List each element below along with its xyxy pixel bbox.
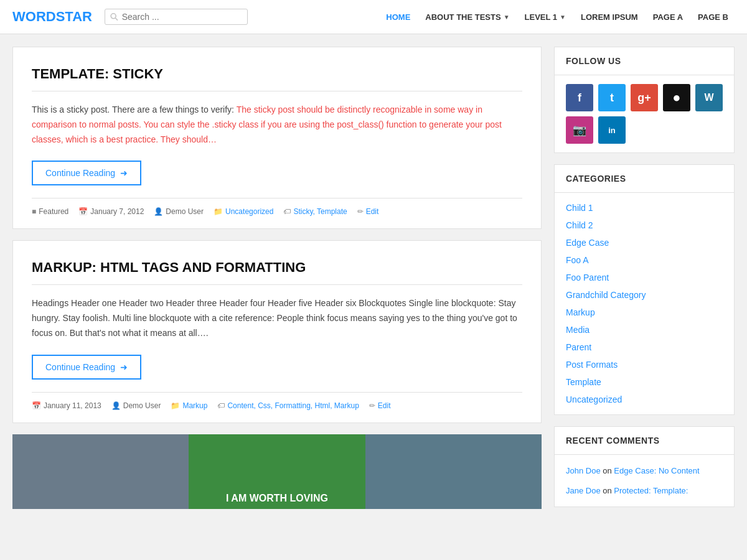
post-title-sticky: TEMPLATE: STICKY [32, 66, 522, 91]
svg-point-0 [111, 14, 116, 19]
social-wordpress[interactable]: W [695, 84, 723, 111]
category-item[interactable]: Edge Case [555, 234, 734, 251]
edit-icon-2: ✏ [369, 401, 375, 410]
author-icon-2: 👤 [111, 401, 121, 410]
nav-about-tests[interactable]: ABOUT THE TESTS ▼ [419, 9, 515, 26]
post-excerpt-sticky: This is a sticky post. There are a few t… [32, 103, 522, 147]
category-item[interactable]: Media [555, 321, 734, 338]
social-github[interactable]: ● [663, 84, 690, 111]
comment-item: John Doe on Edge Case: No Content [555, 461, 734, 481]
category-item[interactable]: Markup [555, 304, 734, 321]
category-item[interactable]: Child 1 [555, 199, 734, 217]
post-excerpt-markup: Headings Header one Header two Header th… [32, 296, 522, 340]
meta-date-markup: 📅 January 11, 2013 [32, 401, 101, 410]
widget-recent-comments: RECENT COMMENTS John Doe on Edge Case: N… [554, 426, 735, 507]
social-twitter[interactable]: t [598, 84, 626, 111]
meta-author-sticky: 👤 Demo User [154, 207, 204, 216]
featured-icon: ■ [32, 207, 36, 216]
comment-item: Jane Doe on Protected: Template: [555, 481, 734, 501]
comment-link[interactable]: Edge Case: No Content [614, 466, 699, 475]
social-linkedin[interactable]: in [598, 116, 626, 144]
arrow-icon-markup: ➜ [120, 362, 128, 372]
search-input[interactable] [122, 12, 242, 22]
social-google-plus[interactable]: g+ [631, 84, 658, 111]
continue-reading-sticky[interactable]: Continue Reading ➜ [32, 161, 141, 185]
meta-date-sticky: 📅 January 7, 2012 [78, 207, 144, 216]
social-instagram[interactable]: 📷 [566, 116, 593, 144]
post-markup: MARKUP: HTML TAGS AND FORMATTING Heading… [12, 240, 542, 422]
continue-reading-markup[interactable]: Continue Reading ➜ [32, 355, 141, 380]
widget-categories: CATEGORIES Child 1Child 2Edge CaseFoo AF… [554, 164, 735, 415]
post-meta-markup: 📅 January 11, 2013 👤 Demo User 📁 Markup … [32, 392, 522, 410]
categories-title: CATEGORIES [555, 165, 734, 193]
post-meta-sticky: ■ Featured 📅 January 7, 2012 👤 Demo User… [32, 198, 522, 216]
meta-category-sticky: 📁 Uncategorized [214, 207, 273, 216]
nav-lorem[interactable]: LOREM IPSUM [575, 9, 644, 26]
arrow-icon-sticky: ➜ [120, 168, 128, 178]
author-icon: 👤 [154, 207, 163, 216]
meta-author-markup: 👤 Demo User [111, 401, 161, 410]
post-title-markup: MARKUP: HTML TAGS AND FORMATTING [32, 259, 522, 285]
comment-author[interactable]: John Doe [566, 466, 601, 475]
image-segment-green: I AM WORTH LOVING [189, 434, 365, 509]
post-image-card[interactable]: I AM WORTH LOVING [12, 434, 542, 509]
category-list: Child 1Child 2Edge CaseFoo AFoo ParentGr… [555, 193, 734, 414]
meta-tags-markup: 🏷 Content, Css, Formatting, Html, Markup [217, 401, 359, 410]
comment-list: John Doe on Edge Case: No ContentJane Do… [555, 455, 734, 506]
sidebar: FOLLOW US f t g+ ● W 📷 in CATEGORIES Chi… [554, 47, 735, 509]
meta-featured: ■ Featured [32, 207, 68, 216]
comment-author[interactable]: Jane Doe [566, 486, 601, 495]
calendar-icon: 📅 [78, 207, 88, 216]
post-sticky: TEMPLATE: STICKY This is a sticky post. … [12, 47, 542, 229]
image-segment-dark [12, 434, 189, 509]
nav-page-b[interactable]: PAGE B [692, 9, 735, 26]
main-nav: HOME ABOUT THE TESTS ▼ LEVEL 1 ▼ LOREM I… [380, 9, 735, 26]
category-item[interactable]: Child 2 [555, 217, 734, 234]
site-header: WORDSTAR HOME ABOUT THE TESTS ▼ LEVEL 1 … [0, 0, 747, 34]
category-item[interactable]: Grandchild Category [555, 286, 734, 304]
image-segment-blue [365, 434, 542, 509]
category-item[interactable]: Foo Parent [555, 269, 734, 286]
category-icon-2: 📁 [171, 401, 180, 410]
nav-home[interactable]: HOME [380, 9, 416, 26]
image-label: I AM WORTH LOVING [189, 434, 365, 509]
caret-level1: ▼ [560, 14, 566, 21]
search-icon [110, 12, 118, 21]
meta-tags-sticky: 🏷 Sticky, Template [283, 207, 347, 216]
category-item[interactable]: Uncategorized [555, 391, 734, 408]
nav-page-a[interactable]: PAGE A [647, 9, 689, 26]
follow-us-title: FOLLOW US [555, 47, 734, 75]
meta-category-markup: 📁 Markup [171, 401, 207, 410]
category-icon: 📁 [214, 207, 223, 216]
excerpt-highlight: The sticky post should be distinctly rec… [32, 105, 502, 144]
comment-link[interactable]: Protected: Template: [614, 486, 688, 495]
widget-follow-us: FOLLOW US f t g+ ● W 📷 in [554, 47, 735, 153]
svg-line-1 [115, 18, 118, 21]
meta-edit-markup: ✏ Edit [369, 401, 391, 410]
category-item[interactable]: Post Formats [555, 356, 734, 373]
social-facebook[interactable]: f [566, 84, 593, 111]
category-item[interactable]: Template [555, 373, 734, 391]
search-form [105, 9, 248, 25]
main-content: TEMPLATE: STICKY This is a sticky post. … [12, 47, 542, 509]
edit-icon: ✏ [357, 207, 364, 216]
recent-comments-title: RECENT COMMENTS [555, 427, 734, 455]
nav-level1[interactable]: LEVEL 1 ▼ [519, 9, 572, 26]
tag-icon: 🏷 [283, 207, 291, 216]
page-layout: TEMPLATE: STICKY This is a sticky post. … [0, 34, 747, 521]
meta-edit-sticky: ✏ Edit [357, 207, 379, 216]
category-item[interactable]: Parent [555, 338, 734, 356]
site-title[interactable]: WORDSTAR [12, 9, 92, 25]
category-item[interactable]: Foo A [555, 251, 734, 269]
tag-icon-2: 🏷 [217, 401, 225, 410]
social-icons: f t g+ ● W 📷 in [555, 75, 734, 152]
calendar-icon-2: 📅 [32, 401, 41, 410]
caret-about: ▼ [504, 14, 510, 21]
